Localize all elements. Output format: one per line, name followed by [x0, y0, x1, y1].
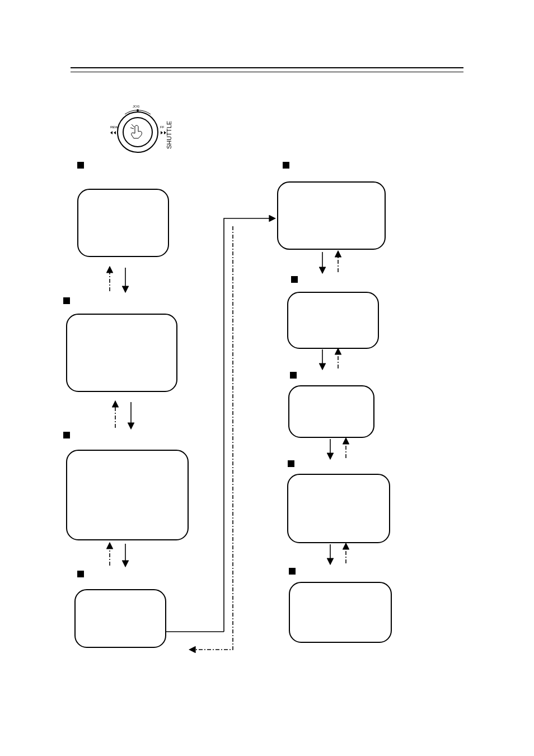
dial-mode-label: SHUTTLE	[166, 121, 172, 149]
dial-jog-label: JOG	[133, 105, 140, 108]
left-step3-bullet	[63, 432, 70, 438]
right-step5-bullet	[289, 568, 296, 575]
left-step2-box	[66, 314, 177, 392]
right-step2-bullet	[291, 276, 298, 283]
left-step2-bullet	[63, 297, 70, 304]
right-step1-box	[277, 181, 386, 250]
right-step3-bullet	[290, 372, 297, 379]
header-rule-thick	[71, 67, 463, 68]
dial-ff-label: FF	[160, 125, 165, 129]
jog-shuttle-dial: REW FF JOG SHUTTLE	[108, 101, 170, 157]
page: REW FF JOG SHUTTLE	[0, 0, 534, 756]
right-step3-box	[288, 385, 374, 438]
right-step4-box	[287, 474, 390, 543]
right-step1-bullet	[283, 162, 289, 169]
left-step4-bullet	[77, 571, 84, 577]
dial-rew-label: REW	[110, 125, 118, 129]
left-step1-bullet	[77, 162, 84, 169]
right-step5-box	[289, 582, 392, 643]
right-step4-bullet	[288, 460, 294, 467]
svg-point-2	[137, 109, 139, 111]
left-step4-box	[74, 589, 166, 648]
dial-svg: REW FF JOG	[110, 105, 166, 152]
left-step1-box	[77, 189, 169, 257]
right-step2-box	[287, 292, 379, 349]
header-rule-thin	[71, 72, 463, 72]
left-step3-box	[66, 450, 189, 540]
